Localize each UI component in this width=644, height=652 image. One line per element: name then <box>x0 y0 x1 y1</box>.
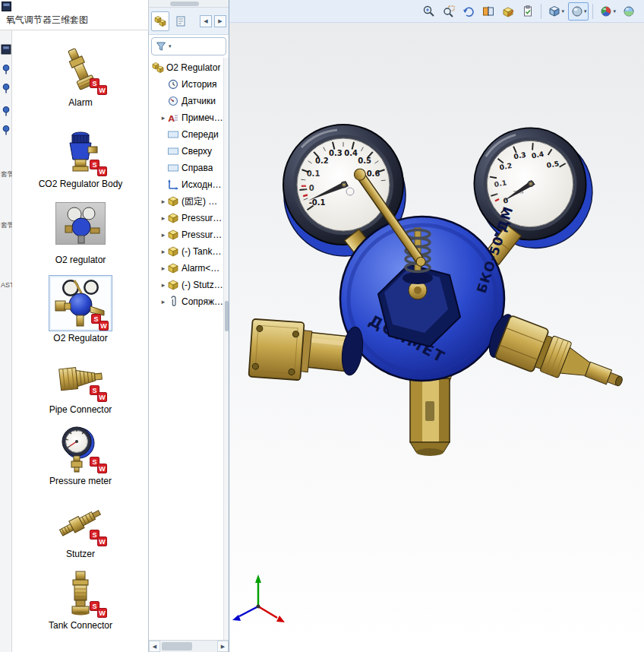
expand-arrow-icon[interactable]: ▸ <box>159 214 167 222</box>
capture-3d-view-button[interactable] <box>519 2 537 21</box>
right-pressure-gauge[interactable]: 0 0.1 0.2 0.3 0.4 0.5 ТМ2 <box>466 119 601 258</box>
previous-view-icon <box>462 5 475 18</box>
clipped-label: AST <box>1 281 12 289</box>
part-item-stutzer[interactable]: SW Stutzer <box>12 495 149 559</box>
solidworks-badge: SW <box>90 530 109 548</box>
svg-text:0.4: 0.4 <box>344 149 358 157</box>
tree-item-origin[interactable]: Исходна... <box>149 176 223 193</box>
tree-item-history[interactable]: История <box>149 76 223 93</box>
scroll-thumb[interactable] <box>170 2 199 6</box>
section-view-button[interactable] <box>479 2 497 21</box>
display-style-icon <box>570 5 584 18</box>
bottom-stem[interactable] <box>406 369 454 456</box>
zoom-fit-button[interactable] <box>420 2 438 21</box>
tree-item-root[interactable]: O2 Regulator <box>149 59 223 76</box>
tree-item-right-plane[interactable]: Справа <box>149 160 223 176</box>
svg-text:A: A <box>169 114 175 124</box>
part-item-co2-regulator-body[interactable]: SW CO2 Regulator Body <box>12 125 149 189</box>
expand-arrow-icon[interactable]: ▸ <box>159 198 167 205</box>
heads-up-view-toolbar: ▾ ▾ ▾ <box>229 0 644 23</box>
tree-item-annotations[interactable]: ▸ A Примеча... <box>149 109 223 126</box>
drawing-view-button[interactable] <box>499 2 517 21</box>
tree-item-alarm[interactable]: ▸ Alarm<1... <box>149 260 223 277</box>
reference-triad[interactable] <box>232 574 285 622</box>
dropdown-caret-icon[interactable]: ▾ <box>584 8 587 14</box>
tabs-scroll-right-button[interactable]: ▶ <box>214 15 226 27</box>
model-canvas[interactable]: -0.1 0 0.1 0.2 0.3 0.4 0.5 0.6 <box>229 23 644 652</box>
display-style-button[interactable]: ▾ <box>568 2 589 21</box>
tab-propertymanager[interactable] <box>172 11 190 31</box>
expand-arrow-icon[interactable]: ▸ <box>159 114 167 122</box>
part-item-tank-connector[interactable]: SW Tank Connector <box>12 567 149 631</box>
tree-item-pressure-component-1[interactable]: ▸ Pressure ... <box>149 210 223 226</box>
svg-text:0.6: 0.6 <box>367 169 380 178</box>
dropdown-caret-icon[interactable]: ▾ <box>561 8 564 14</box>
expand-arrow-icon[interactable]: ▸ <box>159 281 167 289</box>
scroll-left-button[interactable]: ◀ <box>149 641 160 652</box>
filter-caret-icon[interactable]: ▾ <box>169 43 172 49</box>
tree-top-scrollbar[interactable] <box>149 0 229 8</box>
tree-item-fixed-component[interactable]: ▸ (固定) CC... <box>149 193 223 210</box>
tree-item-pressure-component-2[interactable]: ▸ Pressure ... <box>149 226 223 243</box>
part-label: Alarm <box>31 97 130 108</box>
apply-scene-button[interactable] <box>620 2 638 21</box>
solidworks-badge: SW <box>90 78 109 97</box>
tree-item-stutzer[interactable]: ▸ (-) Stutze... <box>149 277 223 293</box>
graphics-area[interactable]: ▾ ▾ ▾ <box>229 0 644 652</box>
parts-panel: SW Alarm SW CO2 Regulato <box>12 30 149 652</box>
plane-icon <box>167 162 179 174</box>
part-label: CO2 Regulator Body <box>31 179 130 189</box>
edit-appearance-button[interactable]: ▾ <box>597 2 618 21</box>
tree-item-sensors[interactable]: Датчики <box>149 93 223 109</box>
pin-icon[interactable] <box>1 64 11 74</box>
scroll-right-button[interactable]: ▶ <box>217 641 229 652</box>
tree-item-mates[interactable]: ▸ Сопряже... <box>149 293 223 310</box>
solidworks-badge: SW <box>90 601 109 619</box>
tree-horizontal-scrollbar[interactable]: ◀ ▶ <box>149 640 229 652</box>
scroll-thumb[interactable] <box>162 642 192 650</box>
part-item-pressure-meter[interactable]: SW Pressure meter <box>12 423 149 486</box>
part-item-o2-regulator-photo[interactable]: O2 regulator <box>12 201 149 265</box>
drawing-view-icon <box>501 5 515 18</box>
pin-icon[interactable] <box>1 106 11 116</box>
clipped-label: 套管 <box>1 220 12 230</box>
tree-item-tank-connector[interactable]: ▸ (-) Tank C... <box>149 243 223 260</box>
tree-filter[interactable]: ▾ <box>151 37 226 55</box>
section-view-icon <box>481 5 495 18</box>
expand-arrow-icon[interactable]: ▸ <box>159 231 167 239</box>
svg-text:0.3: 0.3 <box>329 149 343 157</box>
pin-icon[interactable] <box>1 83 11 93</box>
scene-ball-icon <box>622 5 636 18</box>
appearance-ball-icon <box>599 5 613 18</box>
component-icon <box>167 245 179 258</box>
feature-tree: O2 Regulator История Датчики ▸ <box>149 59 223 318</box>
part-item-pipe-connector[interactable]: SW Pipe Connector <box>12 351 149 415</box>
tree-item-front-plane[interactable]: Спереди <box>149 126 223 143</box>
scroll-thumb[interactable] <box>225 301 229 331</box>
previous-view-button[interactable] <box>459 2 478 21</box>
tree-vertical-scrollbar[interactable] <box>223 58 229 640</box>
view-orientation-button[interactable]: ▾ <box>545 2 567 21</box>
filter-funnel-icon <box>155 40 167 52</box>
right-outlet-fitting[interactable] <box>485 312 630 404</box>
expand-arrow-icon[interactable]: ▸ <box>159 264 167 272</box>
dropdown-caret-icon[interactable]: ▾ <box>613 8 616 14</box>
tabs-scroll-left-button[interactable]: ◀ <box>200 15 212 27</box>
parts-panel-titlebar: 氧气调节器三维套图 <box>0 0 149 30</box>
tab-featuremanager[interactable] <box>151 11 169 31</box>
capture-view-icon <box>521 5 535 18</box>
y-axis-arrow <box>255 574 261 583</box>
part-item-alarm[interactable]: SW Alarm <box>12 44 149 108</box>
zoom-area-button[interactable] <box>440 2 458 21</box>
expand-arrow-icon[interactable]: ▸ <box>159 298 167 305</box>
part-label: Tank Connector <box>31 620 130 631</box>
panel-icon[interactable] <box>1 44 11 55</box>
part-item-o2-regulator[interactable]: SW O2 Regulator <box>12 275 149 343</box>
part-label: O2 regulator <box>31 255 130 265</box>
sensors-icon <box>167 95 179 107</box>
pin-icon[interactable] <box>1 125 11 135</box>
svg-text:0.5: 0.5 <box>358 157 371 165</box>
expand-arrow-icon[interactable]: ▸ <box>159 248 167 255</box>
tree-item-top-plane[interactable]: Сверху <box>149 143 223 160</box>
component-icon <box>167 195 179 207</box>
